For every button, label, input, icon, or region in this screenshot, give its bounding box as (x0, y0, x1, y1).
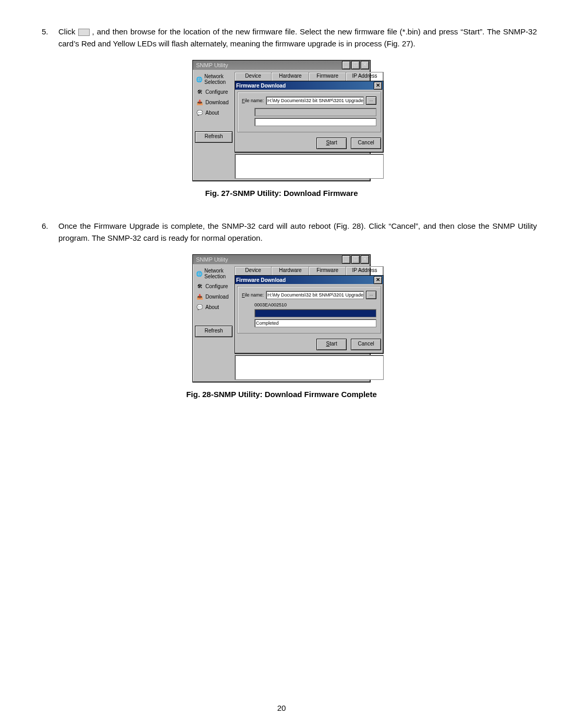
status-field (254, 118, 376, 126)
browse-icon-inline (78, 29, 90, 36)
about-icon: 💬 (196, 109, 203, 116)
device-table-header: Device Hardware Firmware IP Address (235, 266, 384, 276)
nav-configure[interactable]: 🛠 Configure (195, 281, 232, 291)
step-number: 5. (26, 26, 58, 50)
globe-icon: 🌐 (196, 76, 202, 83)
figure-28-caption: Fig. 28-SNMP Utility: Download Firmware … (26, 390, 537, 399)
cancel-button[interactable]: Cancel (351, 339, 381, 350)
dialog-title: Firmware Download (236, 277, 286, 283)
maximize-button[interactable]: ☐ (351, 255, 360, 264)
close-button[interactable]: ✕ (361, 61, 369, 69)
file-name-label: File name: (242, 98, 264, 103)
dialog-close-button[interactable]: ✕ (374, 82, 382, 90)
minimize-button[interactable]: _ (342, 255, 350, 264)
nav-label: About (205, 304, 219, 310)
snmp-utility-window-fig27: SNMP Utility _ ☐ ✕ 🌐 Network Selection 🛠… (192, 60, 371, 181)
start-button[interactable]: Start (316, 339, 347, 350)
nav-label: About (205, 110, 219, 116)
snmp-utility-window-fig28: SNMP Utility _ ☐ ✕ 🌐 Network Selection 🛠… (192, 254, 371, 382)
text-post: , and then browse for the location of th… (58, 27, 537, 48)
browse-button[interactable]: ... (366, 291, 376, 299)
status-field: Completed (254, 319, 376, 327)
close-button[interactable]: ✕ (361, 255, 369, 264)
firmware-download-dialog: Firmware Download ✕ File name: H:\My Doc… (235, 275, 384, 354)
titlebar: SNMP Utility _ ☐ ✕ (193, 60, 370, 70)
device-list-area (235, 355, 384, 380)
refresh-button[interactable]: Refresh (195, 131, 232, 143)
dialog-titlebar: Firmware Download ✕ (235, 81, 383, 90)
dialog-titlebar: Firmware Download ✕ (235, 276, 383, 284)
firmware-download-dialog: Firmware Download ✕ File name: H:\My Doc… (235, 81, 384, 153)
configure-icon: 🛠 (196, 88, 203, 95)
nav-network-selection[interactable]: 🌐 Network Selection (195, 266, 232, 281)
file-name-input[interactable]: H:\My Documents\32 bit SNMP\3201 Upgrade… (266, 291, 364, 299)
nav-label: Network Selection (204, 268, 231, 279)
device-list-area (235, 154, 384, 179)
instruction-step-5: 5. Click , and then browse for the locat… (26, 26, 537, 50)
minimize-button[interactable]: _ (342, 61, 350, 69)
col-ip: IP Address (346, 267, 383, 275)
step-number: 6. (26, 220, 58, 244)
col-device: Device (235, 267, 272, 275)
dialog-title: Firmware Download (236, 83, 286, 89)
nav-about[interactable]: 💬 About (195, 302, 232, 312)
step-text: Once the Firmware Upgrade is complete, t… (58, 220, 537, 244)
nav-download[interactable]: 📥 Download (195, 97, 232, 107)
sidebar: 🌐 Network Selection 🛠 Configure 📥 Downlo… (195, 72, 232, 179)
configure-icon: 🛠 (196, 282, 203, 290)
progress-bar-full (254, 309, 376, 317)
download-icon: 📥 (196, 98, 203, 106)
nav-download[interactable]: 📥 Download (195, 291, 232, 302)
download-icon: 📥 (196, 293, 203, 300)
dialog-close-button[interactable]: ✕ (374, 276, 382, 284)
nav-label: Configure (205, 283, 228, 289)
start-button[interactable]: Start (316, 138, 347, 149)
about-icon: 💬 (196, 303, 203, 311)
col-hardware: Hardware (272, 72, 309, 81)
maximize-button[interactable]: ☐ (351, 61, 360, 69)
col-ip: IP Address (346, 72, 383, 81)
device-table-header: Device Hardware Firmware IP Address (235, 72, 384, 81)
sidebar: 🌐 Network Selection 🛠 Configure 📥 Downlo… (195, 266, 232, 380)
nav-label: Download (205, 294, 228, 300)
window-title: SNMP Utility (194, 62, 228, 68)
window-title: SNMP Utility (194, 256, 228, 263)
col-device: Device (235, 72, 272, 81)
globe-icon: 🌐 (196, 270, 202, 277)
page-number: 20 (0, 704, 563, 712)
nav-configure[interactable]: 🛠 Configure (195, 87, 232, 97)
device-mac-label: 0003EA002510 (254, 302, 376, 307)
file-name-input[interactable]: H:\My Documents\32 bit SNMP\3201 Upgrade… (266, 96, 364, 105)
nav-label: Network Selection (204, 73, 231, 85)
cancel-button[interactable]: Cancel (351, 138, 381, 149)
nav-about[interactable]: 💬 About (195, 107, 232, 118)
col-firmware: Firmware (309, 72, 346, 81)
nav-label: Configure (205, 89, 228, 95)
nav-label: Download (205, 100, 228, 105)
refresh-button[interactable]: Refresh (195, 326, 232, 337)
progress-bar (254, 108, 376, 116)
col-hardware: Hardware (272, 267, 309, 275)
step-text: Click , and then browse for the location… (58, 26, 537, 50)
titlebar: SNMP Utility _ ☐ ✕ (193, 255, 370, 264)
browse-button[interactable]: ... (366, 96, 376, 105)
text-pre: Click (58, 27, 78, 36)
figure-27-caption: Fig. 27-SNMP Utility: Download Firmware (26, 189, 537, 198)
instruction-step-6: 6. Once the Firmware Upgrade is complete… (26, 220, 537, 244)
nav-network-selection[interactable]: 🌐 Network Selection (195, 72, 232, 87)
col-firmware: Firmware (309, 267, 346, 275)
file-name-label: File name: (242, 292, 264, 298)
